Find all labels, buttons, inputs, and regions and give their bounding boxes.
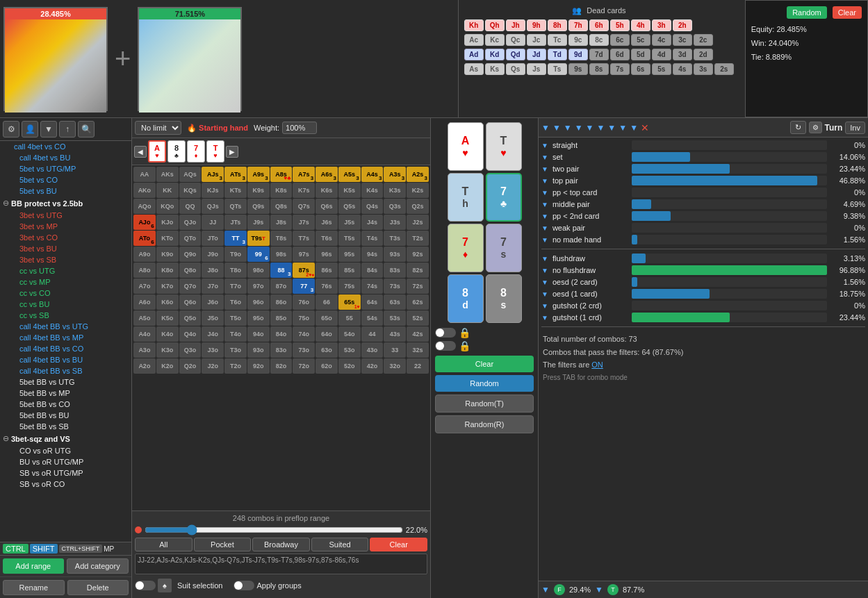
sidebar-item-3bet-co[interactable]: 3bet vs CO [0,232,131,243]
rg-J9o[interactable]: J9o [202,247,224,262]
sidebar-item-5bet-bb-mp[interactable]: 5bet BB vs MP [0,388,131,399]
filter-triangle-2[interactable]: ▼ [552,123,561,133]
rg-QJo[interactable]: QJo [179,215,202,230]
rg-A3s[interactable]: A3s3 [384,167,406,182]
rg-T3s[interactable]: T3s [384,231,406,246]
dead-card-2s[interactable]: 2s [714,63,734,75]
rg-55[interactable]: 55 [338,310,361,326]
dead-card-5d[interactable]: 5d [631,49,650,60]
rg-T5s[interactable]: T5s [338,231,361,246]
matrix-box-2[interactable]: 71.515% [138,7,242,111]
rg-ATo[interactable]: ATo6 [133,231,156,246]
rg-85s[interactable]: 85s [338,263,361,278]
rg-85o[interactable]: 85o [270,310,293,326]
rg-52o[interactable]: 52o [338,358,361,374]
sidebar-item-call4bet-bb-utg[interactable]: call 4bet BB vs UTG [0,321,131,332]
rg-T7o[interactable]: T7o [224,279,247,294]
rg-T4o[interactable]: T4o [224,326,247,342]
rg-AJs[interactable]: AJs3 [202,167,224,182]
rg-82s[interactable]: 82s [407,263,429,278]
rg-TT[interactable]: TT3 [224,231,247,246]
rg-K2s[interactable]: K2s [407,183,429,198]
rg-96s[interactable]: 96s [316,247,338,262]
rg-75s[interactable]: 75s [338,279,361,294]
rg-98s[interactable]: 98s [270,247,293,262]
rg-J4o[interactable]: J4o [202,326,224,342]
rg-JTs[interactable]: JTs [224,215,247,230]
rg-QQ[interactable]: QQ [179,199,202,214]
rg-QTo[interactable]: QTo [179,231,202,246]
rg-73s[interactable]: 73s [384,279,406,294]
rg-83s[interactable]: 83s [384,263,406,278]
dead-card-Ad[interactable]: Ad [464,49,484,60]
rg-72o[interactable]: 72o [293,358,315,374]
rg-94o[interactable]: 94o [247,326,270,342]
rg-KJs[interactable]: KJs [202,183,224,198]
dead-card-Jc[interactable]: Jc [527,34,546,46]
random-button[interactable]: Random [787,6,827,19]
filter-icon-t[interactable]: ▼ [595,585,603,595]
dead-card-Ac[interactable]: Ac [464,34,484,46]
dead-card-6c[interactable]: 6c [610,34,630,46]
rg-96o[interactable]: 96o [247,294,270,310]
rg-A9o[interactable]: A9o [133,247,156,262]
rg-A8o[interactable]: A8o [133,263,156,278]
rg-54o[interactable]: 54o [338,326,361,342]
rg-KTo[interactable]: KTo [156,231,179,246]
rg-T4s[interactable]: T4s [361,231,384,246]
rg-Q7o[interactable]: Q7o [179,279,202,294]
rg-T6s[interactable]: T6s [316,231,338,246]
clear-button-range[interactable]: Clear [370,538,427,551]
rg-A7o[interactable]: A7o [133,279,156,294]
rg-A3o[interactable]: A3o [133,342,156,358]
rg-63o[interactable]: 63o [316,342,338,358]
rg-94s[interactable]: 94s [361,247,384,262]
ctrl-shift-btn[interactable]: CTRL+SHIFT [59,545,103,553]
filter-icon-f[interactable]: ▼ [541,585,550,595]
sidebar-item-cc-sb[interactable]: cc vs SB [0,310,131,321]
rg-T8s[interactable]: T8s [270,231,293,246]
sidebar-item-sb-vs-or-co[interactable]: SB vs oR CO [0,479,131,490]
rg-T2s[interactable]: T2s [407,231,429,246]
rg-T9o[interactable]: T9o [224,247,247,262]
rg-A5s[interactable]: A5s3 [338,167,361,182]
sidebar-item-5bet-utg-mp[interactable]: 5bet vs UTG/MP [0,163,131,174]
rg-62s[interactable]: 62s [407,294,429,310]
inv-button[interactable]: Inv [845,122,865,134]
dead-card-Qs[interactable]: Qs [506,63,525,75]
rg-84o[interactable]: 84o [270,326,293,342]
filter-triangle-3[interactable]: ▼ [564,123,572,133]
rg-86o[interactable]: 86o [270,294,293,310]
dead-card-8s[interactable]: 8s [589,63,609,75]
sidebar-item-cc-co[interactable]: cc vs CO [0,288,131,299]
rg-J8o[interactable]: J8o [202,263,224,278]
rg-Q3s[interactable]: Q3s [384,199,406,214]
rg-65o[interactable]: 65o [316,310,338,326]
sidebar-item-call4bet-co[interactable]: call 4bet vs CO [0,141,131,152]
rg-AKo[interactable]: AKo [133,183,156,198]
rg-22[interactable]: 22 [407,358,429,374]
rg-93o[interactable]: 93o [247,342,270,358]
dead-card-Ks[interactable]: Ks [485,63,505,75]
rg-83o[interactable]: 83o [270,342,293,358]
sidebar-item-cc-bu[interactable]: cc vs BU [0,299,131,310]
rg-K6s[interactable]: K6s [316,183,338,198]
rg-J5s[interactable]: J5s [338,215,361,230]
sidebar-category-3bet-sqz[interactable]: ⊖ 3bet-sqz and VS [0,432,131,445]
refresh-button[interactable]: ↻ [790,121,806,134]
rg-93s[interactable]: 93s [384,247,406,262]
dead-card-Kd[interactable]: Kd [485,49,505,60]
rg-Q8o[interactable]: Q8o [179,263,202,278]
sidebar-item-call4bet-bb-sb[interactable]: call 4bet BB vs SB [0,365,131,376]
range-slider[interactable] [145,524,403,535]
rg-42s[interactable]: 42s [407,326,429,342]
dead-card-6h[interactable]: 6h [589,19,609,31]
dead-card-6s[interactable]: 6s [631,63,650,75]
dead-card-Jh[interactable]: Jh [506,19,525,31]
rg-A6s[interactable]: A6s3 [316,167,338,182]
rg-K4o[interactable]: K4o [156,326,179,342]
rg-Q2s[interactable]: Q2s [407,199,429,214]
filter-icon-sidebar[interactable]: ▼ [40,121,57,138]
rg-AA[interactable]: AA [133,167,156,182]
board-card-8s[interactable]: 8 s [486,274,522,323]
